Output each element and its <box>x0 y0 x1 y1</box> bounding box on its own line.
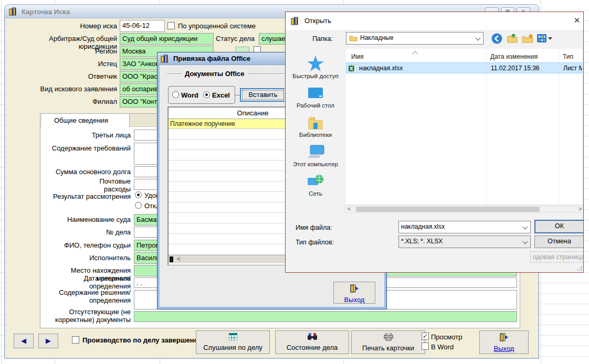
exit-door-icon <box>350 284 359 293</box>
scroll-left-icon[interactable]: < <box>348 206 351 212</box>
back-icon[interactable] <box>491 33 502 44</box>
cancel-button[interactable]: Отмена <box>534 235 584 248</box>
quick-access-star-icon <box>307 55 324 72</box>
scroll-left-arrow[interactable]: < <box>177 255 181 263</box>
up-folder-icon[interactable] <box>507 33 518 44</box>
office-exit-button[interactable]: Выход <box>333 282 375 304</box>
sidebar-item-label: Рабочий стол <box>288 102 343 109</box>
printer-icon <box>384 333 393 341</box>
sort-ascending-icon <box>412 51 418 57</box>
column-header-name[interactable]: Имя <box>351 53 363 60</box>
sidebar-item-quick-access[interactable]: Быстрый доступ <box>288 55 343 79</box>
grid-line <box>1 0 2 364</box>
file-date-cell: 11.02.2017 15:36 <box>491 65 556 72</box>
folder-combobox-value: Накладные <box>360 34 393 41</box>
views-icon[interactable] <box>537 34 546 42</box>
to-word-label: В Word <box>431 343 454 351</box>
filetype-combobox[interactable]: *.XLS; *. XLSX <box>398 235 531 248</box>
scrollbar-thumb[interactable] <box>356 207 540 212</box>
to-word-checkbox[interactable] <box>422 342 429 350</box>
otvetchik-label: Ответчик <box>26 72 117 80</box>
computer-icon <box>306 144 325 160</box>
close-icon[interactable]: ✕ <box>572 16 582 25</box>
list-h-scrollbar[interactable]: < > <box>345 205 583 213</box>
filetype-value: *.XLS; *. XLSX <box>401 238 443 245</box>
case-completed-checkbox[interactable] <box>72 336 79 344</box>
exit-button[interactable]: Выход <box>479 330 529 354</box>
nomer-iska-field[interactable]: 45-06-12 <box>120 20 165 32</box>
binoculars-icon <box>308 333 317 340</box>
ok-button[interactable]: ОК <box>534 220 584 233</box>
radio-excel[interactable] <box>203 91 210 98</box>
sidebar-item-network[interactable]: Сеть <box>288 174 343 197</box>
fio-label: ФИО, телефон судьи <box>47 241 131 249</box>
office-group-label: Документы Office <box>182 70 248 78</box>
exit-button-label: Выход <box>480 345 528 352</box>
scrollbar-thumb[interactable] <box>170 256 173 262</box>
table-icon <box>229 333 237 340</box>
app-icon <box>291 16 300 26</box>
otsutstvuyushchie-label: Отсутствующие (не корректные) документы <box>47 308 131 324</box>
sidebar-item-label: Сеть <box>288 190 343 197</box>
simplified-checkbox[interactable] <box>167 22 175 29</box>
window-title: Карточка Иска <box>22 8 70 16</box>
file-row-selected[interactable]: накладная.xlsx 11.02.2017 15:36 Лист Mic… <box>346 62 582 73</box>
column-header-type[interactable]: Тип <box>563 53 573 60</box>
tretyi-label: Третьи лица <box>52 131 131 139</box>
preview-label: Просмотр <box>431 333 462 341</box>
pochtovye-label: Почтовые расходы <box>83 177 131 193</box>
prev-record-button[interactable]: ◀ <box>14 334 34 348</box>
preview-checkbox[interactable]: ✓ <box>422 333 429 340</box>
hearings-button[interactable]: Слушания по делу <box>196 330 270 354</box>
print-card-button-label: Печать карточки <box>352 344 425 352</box>
nomer-iska-label: Номер иска <box>26 22 117 30</box>
court-field[interactable]: Суд общей юрисдикции <box>120 33 214 45</box>
filename-value: накладная.xlsx <box>401 223 445 230</box>
views-dropdown-arrow[interactable] <box>548 37 552 40</box>
scroll-right-icon[interactable]: > <box>579 206 582 212</box>
new-folder-icon[interactable] <box>522 34 533 44</box>
exit-door-icon <box>499 333 509 341</box>
sidebar-item-this-pc[interactable]: Этот компьютер <box>288 144 343 167</box>
otsutstvuyushchie-field[interactable] <box>134 311 517 322</box>
case-state-button[interactable]: Состояние дела <box>275 330 349 354</box>
resize-grip[interactable] <box>577 266 582 271</box>
chevron-down-icon <box>523 239 528 244</box>
istets-label: Истец <box>26 60 117 68</box>
open-file-dialog: Открыть ✕ Папка: Накладные Быстрый досту… <box>285 12 584 273</box>
sidebar-item-desktop[interactable]: Рабочий стол <box>288 87 343 109</box>
sidebar-item-label: Этот компьютер <box>288 161 343 167</box>
column-header-date[interactable]: Дата изменения <box>490 53 538 60</box>
libraries-folder-icon <box>307 116 324 131</box>
filename-combobox[interactable]: накладная.xlsx <box>398 221 531 233</box>
file-name-cell: накладная.xlsx <box>359 65 485 72</box>
folder-combobox[interactable]: Накладные <box>346 32 483 45</box>
folder-label: Папка: <box>296 35 333 42</box>
codepage-button-disabled: одовая страница <box>530 251 584 263</box>
open-dialog-titlebar[interactable]: Открыть ✕ <box>286 12 583 30</box>
insert-button[interactable]: Вставить <box>240 88 286 102</box>
connector-line <box>235 95 240 95</box>
sidebar-item-label: Быстрый доступ <box>288 73 343 79</box>
sidebar-item-libraries[interactable]: Библиотеки <box>288 116 343 138</box>
data-resheniya-label: Дата решения/ определения <box>57 274 131 290</box>
file-list[interactable]: Имя Дата изменения Тип накладная.xlsx 11… <box>346 49 582 204</box>
radio-udovletvoreno[interactable] <box>135 191 142 198</box>
next-record-button[interactable]: ▶ <box>38 334 58 348</box>
sidebar-item-label: Библиотеки <box>288 132 343 138</box>
filename-label: Имя файла: <box>296 224 332 231</box>
print-card-button[interactable]: Печать карточки <box>351 330 425 354</box>
tab-general-info[interactable]: Общие сведения <box>41 114 130 127</box>
hearings-button-label: Слушания по делу <box>196 344 269 351</box>
radio-otkloneno[interactable] <box>135 202 142 209</box>
file-type-cell: Лист Micr <box>563 65 582 72</box>
excel-file-icon <box>349 65 356 72</box>
chevron-down-icon <box>523 224 528 230</box>
radio-excel-label: Excel <box>212 91 230 99</box>
radio-word[interactable] <box>172 91 179 98</box>
sod-resheniya-label: Содержание решения/ определения <box>52 288 131 304</box>
case-completed-label: Производство по делу завершено <box>82 336 198 344</box>
network-icon <box>307 174 324 189</box>
folder-icon <box>349 35 357 41</box>
summa-label: Сумма основного долга <box>47 168 131 176</box>
